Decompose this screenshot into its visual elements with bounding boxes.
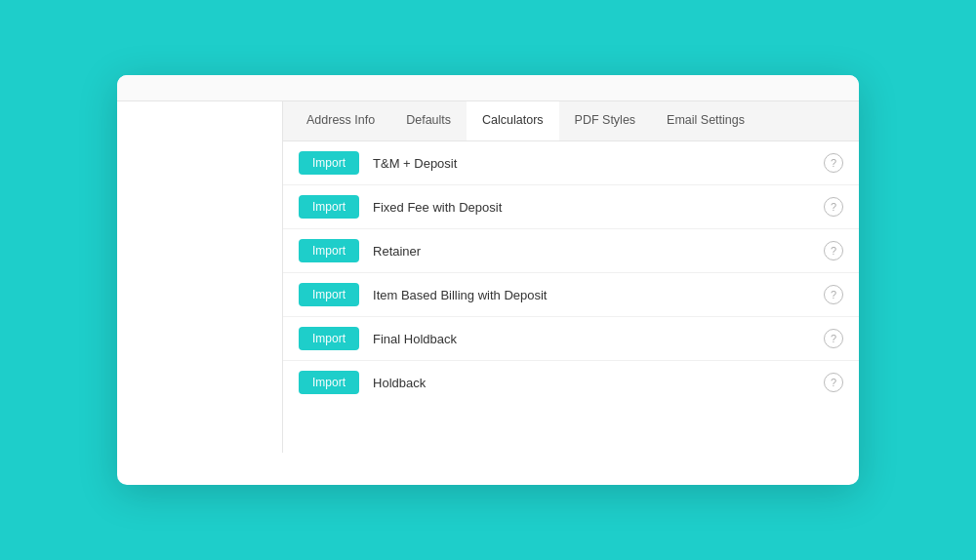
main-content: Address Info Defaults Calculators PDF St… xyxy=(283,101,859,453)
help-icon[interactable]: ? xyxy=(824,241,843,260)
import-button[interactable]: Import xyxy=(299,371,359,394)
table-row: ImportFinal Holdback? xyxy=(283,317,859,361)
tab-pdf-styles[interactable]: PDF Styles xyxy=(559,101,652,140)
calculator-list: ImportT&M + Deposit?ImportFixed Fee with… xyxy=(283,141,859,453)
tab-defaults[interactable]: Defaults xyxy=(390,101,467,140)
import-button[interactable]: Import xyxy=(299,283,359,306)
calculator-name: T&M + Deposit xyxy=(373,156,816,171)
calculator-name: Final Holdback xyxy=(373,332,816,346)
import-button[interactable]: Import xyxy=(299,239,359,262)
table-row: ImportItem Based Billing with Deposit? xyxy=(283,273,859,317)
import-button[interactable]: Import xyxy=(299,195,359,219)
calculator-name: Fixed Fee with Deposit xyxy=(373,200,816,215)
table-row: ImportHoldback? xyxy=(283,361,859,404)
help-icon[interactable]: ? xyxy=(824,153,843,173)
help-icon[interactable]: ? xyxy=(824,373,843,392)
table-row: ImportFixed Fee with Deposit? xyxy=(283,185,859,229)
tab-address-info[interactable]: Address Info xyxy=(291,101,390,140)
table-row: ImportT&M + Deposit? xyxy=(283,141,859,185)
help-icon[interactable]: ? xyxy=(824,197,843,217)
tab-email-settings[interactable]: Email Settings xyxy=(651,101,760,140)
sidebar xyxy=(117,101,283,453)
calculator-name: Item Based Billing with Deposit xyxy=(373,288,816,302)
calculator-name: Holdback xyxy=(373,376,816,390)
tab-calculators[interactable]: Calculators xyxy=(467,101,559,140)
table-row: ImportRetainer? xyxy=(283,229,859,273)
calculator-name: Retainer xyxy=(373,244,816,259)
help-icon[interactable]: ? xyxy=(824,329,843,348)
dialog-body: Address Info Defaults Calculators PDF St… xyxy=(117,101,859,453)
tabs-bar: Address Info Defaults Calculators PDF St… xyxy=(283,101,859,141)
import-button[interactable]: Import xyxy=(299,327,359,350)
configure-invoice-dialog: Address Info Defaults Calculators PDF St… xyxy=(117,75,859,485)
import-button[interactable]: Import xyxy=(299,151,359,175)
dialog-header xyxy=(117,75,859,101)
help-icon[interactable]: ? xyxy=(824,285,843,304)
